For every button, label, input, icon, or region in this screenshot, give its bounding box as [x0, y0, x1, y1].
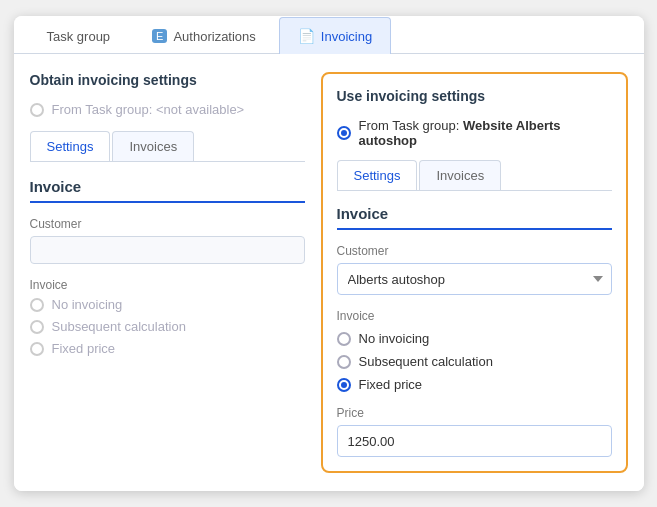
use-price-input[interactable]	[337, 425, 612, 457]
obtain-option-no-invoicing: No invoicing	[30, 297, 305, 312]
obtain-from-task-group-row: From Task group: <not available>	[30, 102, 305, 117]
use-inner-tabs: Settings Invoices	[337, 160, 612, 191]
use-section-heading: Invoice	[337, 205, 612, 230]
obtain-option-no-invoicing-label: No invoicing	[52, 297, 123, 312]
obtain-option-fixed: Fixed price	[30, 341, 305, 356]
use-option-fixed-label: Fixed price	[359, 377, 423, 392]
use-option-no-invoicing-label: No invoicing	[359, 331, 430, 346]
invoicing-icon: 📄	[298, 28, 315, 44]
obtain-invoice-label: Invoice	[30, 278, 305, 292]
right-panel: Use invoicing settings From Task group: …	[321, 72, 628, 473]
obtain-radio-circle	[30, 103, 44, 117]
obtain-radio-no-invoicing	[30, 298, 44, 312]
obtain-tab-invoices[interactable]: Invoices	[112, 131, 194, 161]
obtain-customer-label: Customer	[30, 217, 305, 231]
obtain-from-task-group-label: From Task group: <not available>	[52, 102, 245, 117]
authorizations-icon: E	[152, 29, 167, 43]
obtain-inner-tabs: Settings Invoices	[30, 131, 305, 162]
tab-invoicing[interactable]: 📄 Invoicing	[279, 17, 391, 54]
use-option-subsequent-label: Subsequent calculation	[359, 354, 493, 369]
use-radio-no-invoicing	[337, 332, 351, 346]
obtain-option-fixed-label: Fixed price	[52, 341, 116, 356]
use-from-task-group-row[interactable]: From Task group: Website Alberts autosho…	[337, 118, 612, 148]
use-price-label: Price	[337, 406, 612, 420]
left-panel: Obtain invoicing settings From Task grou…	[30, 72, 305, 473]
obtain-radio-fixed	[30, 342, 44, 356]
obtain-option-subsequent-label: Subsequent calculation	[52, 319, 186, 334]
use-option-no-invoicing[interactable]: No invoicing	[337, 331, 612, 346]
tab-authorizations-label: Authorizations	[173, 29, 255, 44]
tab-invoicing-label: Invoicing	[321, 29, 372, 44]
tab-task-group-label: Task group	[47, 29, 111, 44]
obtain-option-subsequent: Subsequent calculation	[30, 319, 305, 334]
use-tab-settings[interactable]: Settings	[337, 160, 418, 190]
use-option-subsequent[interactable]: Subsequent calculation	[337, 354, 612, 369]
use-radio-selected	[337, 126, 351, 140]
obtain-section-heading: Invoice	[30, 178, 305, 203]
obtain-tab-settings[interactable]: Settings	[30, 131, 111, 161]
obtain-panel-title: Obtain invoicing settings	[30, 72, 305, 88]
use-radio-fixed	[337, 378, 351, 392]
use-invoice-options: No invoicing Subsequent calculation Fixe…	[337, 331, 612, 392]
content-area: Obtain invoicing settings From Task grou…	[14, 54, 644, 491]
use-tab-invoices[interactable]: Invoices	[419, 160, 501, 190]
obtain-customer-field	[30, 236, 305, 264]
tabs-row: Task group E Authorizations 📄 Invoicing	[14, 16, 644, 54]
use-option-fixed[interactable]: Fixed price	[337, 377, 612, 392]
use-radio-subsequent	[337, 355, 351, 369]
use-invoice-label: Invoice	[337, 309, 612, 323]
use-customer-label: Customer	[337, 244, 612, 258]
tab-authorizations[interactable]: E Authorizations	[133, 18, 275, 54]
obtain-radio-subsequent	[30, 320, 44, 334]
obtain-invoice-options: No invoicing Subsequent calculation Fixe…	[30, 297, 305, 356]
tab-task-group[interactable]: Task group	[22, 18, 130, 54]
use-panel-title: Use invoicing settings	[337, 88, 612, 104]
use-customer-select[interactable]: Alberts autoshop	[337, 263, 612, 295]
main-card: Task group E Authorizations 📄 Invoicing …	[14, 16, 644, 491]
use-from-task-group-label: From Task group: Website Alberts autosho…	[359, 118, 612, 148]
